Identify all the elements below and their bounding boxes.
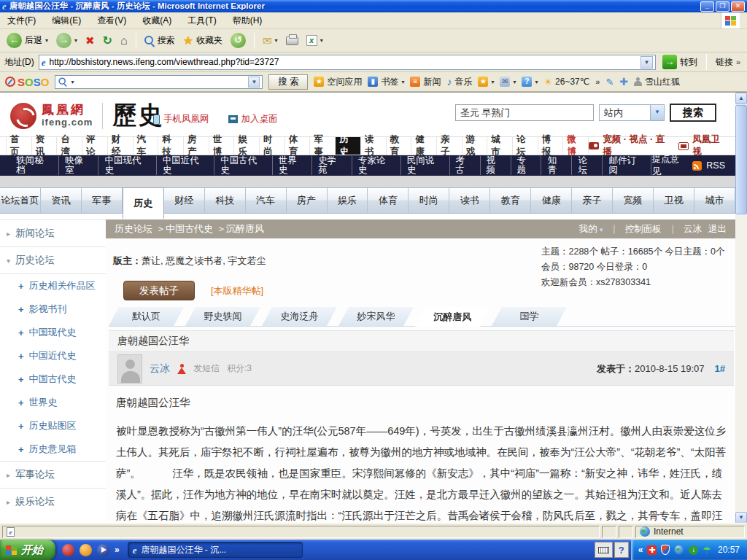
- main-nav-item[interactable]: 微博: [563, 137, 589, 155]
- soso-bookmark-button[interactable]: ▮书签▾: [368, 76, 404, 88]
- digest-link[interactable]: [本版精华帖]: [211, 284, 263, 298]
- stop-button[interactable]: ✖: [83, 34, 97, 48]
- quick-launch-icon-2[interactable]: [80, 544, 92, 556]
- forum-nav-item[interactable]: 亲子: [572, 188, 613, 213]
- sub-nav-item[interactable]: 专家论史: [352, 156, 401, 175]
- main-nav-item[interactable]: 科技: [158, 137, 184, 155]
- sub-nav-item[interactable]: 考古: [450, 156, 481, 175]
- sidebar-item[interactable]: + 中国近代史: [0, 344, 106, 368]
- address-dropdown-icon[interactable]: ▼: [640, 56, 653, 69]
- media-player-icon[interactable]: [97, 544, 109, 556]
- sidebar-item[interactable]: ▸ 军事论坛: [0, 461, 106, 488]
- soso-overflow-chevron-icon[interactable]: »: [595, 77, 600, 86]
- menu-item[interactable]: 收藏(A): [142, 15, 171, 27]
- quick-launch-chevron-icon[interactable]: »: [115, 545, 120, 555]
- main-nav-item[interactable]: 论坛: [513, 137, 538, 155]
- search-scope-select[interactable]: 站内▼: [599, 104, 665, 121]
- forum-nav-item[interactable]: 健康: [531, 188, 572, 213]
- sub-nav-item[interactable]: 民间说史: [401, 156, 450, 175]
- tray-globe-icon[interactable]: [675, 545, 684, 555]
- main-nav-item[interactable]: 资讯: [32, 137, 58, 155]
- sidebar-item[interactable]: + 中国古代史: [0, 368, 106, 391]
- main-nav-item[interactable]: 游戏: [462, 137, 488, 155]
- main-nav-item[interactable]: 历史: [336, 137, 361, 155]
- language-help-button[interactable]: ?: [614, 542, 629, 558]
- print-button[interactable]: [284, 36, 301, 46]
- forum-tab[interactable]: 国学: [492, 307, 567, 326]
- sub-nav-item[interactable]: 知青: [541, 156, 572, 175]
- language-bar[interactable]: [595, 542, 613, 558]
- go-button[interactable]: → 转到: [660, 54, 700, 70]
- sub-nav-item[interactable]: 中国近代史: [157, 156, 214, 175]
- select-dropdown-icon[interactable]: ▼: [650, 105, 664, 120]
- feedback-link[interactable]: 提点意见: [651, 153, 688, 178]
- sub-nav-item[interactable]: 专题: [511, 156, 542, 175]
- my-menu[interactable]: 我的 ▾: [578, 223, 603, 236]
- sub-nav-item[interactable]: 轶闻秘档: [10, 156, 59, 175]
- sidebar-item[interactable]: + 世界史: [0, 391, 106, 414]
- main-nav-item[interactable]: 世博: [209, 137, 235, 155]
- scrollbar-thumb[interactable]: [735, 105, 747, 214]
- pm-link[interactable]: 发短信: [193, 362, 220, 375]
- main-nav-item[interactable]: 财经: [108, 137, 133, 155]
- clock[interactable]: 20:57: [718, 545, 740, 555]
- main-nav-item[interactable]: 体育: [285, 137, 311, 155]
- back-button[interactable]: ← 后退▾: [4, 32, 50, 49]
- main-nav-item[interactable]: 时尚: [260, 137, 285, 155]
- mobile-ifeng-link[interactable]: 手机凤凰网: [153, 113, 209, 125]
- menu-item[interactable]: 查看(V): [97, 15, 126, 27]
- main-nav-item[interactable]: 军事: [310, 137, 336, 155]
- forum-tab[interactable]: 默认页: [109, 307, 184, 326]
- main-nav-item[interactable]: 首页: [6, 137, 32, 155]
- new-post-button[interactable]: 发表帖子: [123, 281, 195, 300]
- forum-nav-item[interactable]: 汽车: [246, 188, 287, 213]
- main-nav-item[interactable]: 读书: [361, 137, 387, 155]
- back-caret-icon[interactable]: ▾: [45, 37, 48, 44]
- main-nav-item[interactable]: 博报: [538, 137, 564, 155]
- soso-mail-menu[interactable]: ✉▾: [500, 77, 516, 87]
- main-nav-item[interactable]: 健康: [411, 137, 437, 155]
- forum-nav-item[interactable]: 科技: [205, 188, 246, 213]
- sidebar-item[interactable]: + 历史相关作品区: [0, 274, 106, 298]
- ifeng-brand[interactable]: 鳳凰網 ifeng.com 歷史: [10, 99, 163, 132]
- author-name-link[interactable]: 云冰: [150, 362, 170, 376]
- forum-nav-item[interactable]: 娱乐: [328, 188, 368, 213]
- sidebar-item[interactable]: + 历史意见箱: [0, 438, 106, 461]
- sidebar-item[interactable]: ▾ 历史论坛: [0, 246, 106, 274]
- soso-star-menu[interactable]: ★▾: [478, 77, 494, 87]
- history-button[interactable]: ↺: [228, 32, 248, 49]
- sub-nav-item[interactable]: 论坛: [572, 156, 603, 175]
- sub-nav-item[interactable]: 中国现代史: [98, 156, 156, 175]
- restore-button[interactable]: ❐: [716, 1, 729, 12]
- site-search-button[interactable]: 搜索: [670, 104, 716, 122]
- scroll-up-icon[interactable]: ▲: [735, 93, 747, 104]
- quick-launch-icon-1[interactable]: [62, 544, 74, 556]
- site-search-input[interactable]: 圣元 早熟门: [455, 104, 594, 121]
- sidebar-item[interactable]: + 影视书刊: [0, 298, 106, 321]
- main-nav-item[interactable]: 亲子: [437, 137, 462, 155]
- forum-nav-item[interactable]: 卫视: [654, 188, 694, 213]
- mail-button[interactable]: ✉▾: [260, 34, 280, 48]
- soso-space-button[interactable]: ★空间应用: [314, 76, 362, 88]
- start-button[interactable]: 开始: [0, 540, 55, 560]
- tray-shield-icon[interactable]: [661, 545, 670, 555]
- favorites-button[interactable]: ★ 收藏夹: [181, 33, 225, 48]
- avatar[interactable]: [117, 354, 142, 384]
- soso-music-button[interactable]: ♪音乐: [446, 76, 472, 88]
- soso-search-input[interactable]: ▾ ▼: [55, 75, 263, 89]
- sub-nav-item[interactable]: 邮件订阅: [603, 156, 651, 175]
- forum-nav-item[interactable]: 房产: [287, 188, 328, 213]
- breadcrumb-item[interactable]: ＞沉醉唐风: [217, 222, 264, 236]
- sidebar-item[interactable]: + 中国现代史: [0, 321, 106, 344]
- taskbar-task-button[interactable]: e 唐朝越国公汪华 - 沉...: [128, 542, 303, 558]
- links-button[interactable]: 链接»: [713, 55, 743, 69]
- minimize-button[interactable]: _: [700, 1, 714, 12]
- sub-nav-item[interactable]: 世界史: [273, 156, 312, 175]
- main-nav-item[interactable]: 台湾: [57, 137, 82, 155]
- soso-input-dropdown-icon[interactable]: ▼: [248, 77, 260, 88]
- sidebar-item[interactable]: ▸ 娱乐论坛: [0, 488, 106, 515]
- main-nav-item[interactable]: 评论: [82, 137, 108, 155]
- forum-nav-item[interactable]: 历史: [123, 187, 164, 219]
- forum-nav-item[interactable]: 军事: [82, 188, 123, 213]
- forum-nav-item[interactable]: 宽频: [613, 188, 654, 213]
